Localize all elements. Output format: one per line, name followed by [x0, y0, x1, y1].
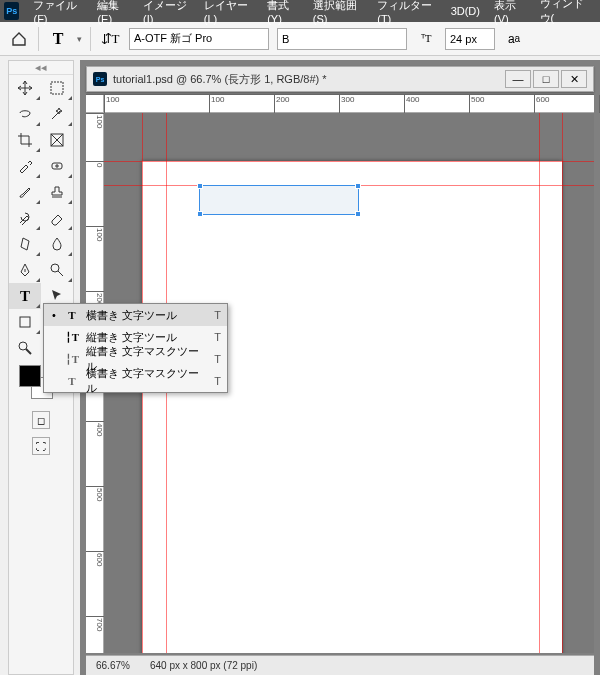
crop-tool[interactable]	[9, 127, 41, 153]
eraser-tool[interactable]	[41, 205, 73, 231]
home-icon[interactable]	[8, 28, 30, 50]
pen-tool[interactable]	[9, 257, 41, 283]
shape-tool[interactable]	[9, 309, 41, 335]
menu-select[interactable]: 選択範囲(S)	[307, 0, 369, 27]
artboard	[142, 161, 562, 653]
quickmask-icon[interactable]: ◻	[32, 411, 50, 429]
menubar: Ps ファイル(F) 編集(E) イメージ(I) レイヤー(L) 書式(Y) 選…	[0, 0, 600, 22]
guide[interactable]	[539, 113, 540, 653]
menu-image[interactable]: イメージ(I)	[137, 0, 196, 27]
menu-3d[interactable]: 3D(D)	[445, 3, 486, 19]
type-tool-flyout: •T横書き 文字ツールT ╎T縦書き 文字ツールT ╎T縦書き 文字マスクツール…	[43, 303, 228, 393]
minimize-button[interactable]: —	[505, 70, 531, 88]
heal-tool[interactable]	[41, 153, 73, 179]
blur-tool[interactable]	[41, 231, 73, 257]
history-brush-tool[interactable]	[9, 205, 41, 231]
menu-filter[interactable]: フィルター(T)	[371, 0, 442, 27]
svg-point-3	[51, 264, 59, 272]
stamp-tool[interactable]	[41, 179, 73, 205]
svg-rect-0	[51, 82, 63, 94]
gradient-tool[interactable]	[9, 231, 41, 257]
doc-ps-icon: Ps	[93, 72, 107, 86]
svg-point-5	[19, 342, 27, 350]
type-tool-icon[interactable]: T	[47, 28, 69, 50]
screenmode-icon[interactable]: ⛶	[32, 437, 50, 455]
status-zoom[interactable]: 66.67%	[96, 660, 130, 671]
font-style-select[interactable]	[277, 28, 407, 50]
guide[interactable]	[562, 113, 563, 653]
text-frame-selection[interactable]	[199, 185, 359, 215]
guide[interactable]	[104, 161, 594, 162]
lasso-tool[interactable]	[9, 101, 41, 127]
menu-layer[interactable]: レイヤー(L)	[198, 0, 259, 27]
zoom-tool[interactable]	[9, 335, 41, 361]
menu-edit[interactable]: 編集(E)	[91, 0, 135, 27]
close-button[interactable]: ✕	[561, 70, 587, 88]
orientation-icon[interactable]: ⇵T	[99, 28, 121, 50]
app-logo: Ps	[4, 2, 19, 20]
dodge-tool[interactable]	[41, 257, 73, 283]
status-bar: 66.67% 640 px x 800 px (72 ppi)	[86, 655, 594, 675]
fg-color[interactable]	[19, 365, 41, 387]
ruler-corner[interactable]	[86, 95, 104, 113]
frame-tool[interactable]	[41, 127, 73, 153]
document-titlebar: Ps tutorial1.psd @ 66.7% (長方形 1, RGB/8#)…	[86, 66, 594, 92]
font-family-select[interactable]	[129, 28, 269, 50]
move-tool[interactable]	[9, 75, 41, 101]
svg-rect-4	[20, 317, 30, 327]
size-icon: ᵀT	[415, 28, 437, 50]
wand-tool[interactable]	[41, 101, 73, 127]
menu-window[interactable]: ウィンドウ(	[534, 0, 596, 28]
font-size-select[interactable]	[445, 28, 495, 50]
menu-type[interactable]: 書式(Y)	[261, 0, 305, 27]
eyedropper-tool[interactable]	[9, 153, 41, 179]
brush-tool[interactable]	[9, 179, 41, 205]
menu-file[interactable]: ファイル(F)	[27, 0, 89, 27]
panel-collapse[interactable]: ◂◂	[9, 61, 73, 75]
type-tool[interactable]: T	[9, 283, 41, 309]
maximize-button[interactable]: □	[533, 70, 559, 88]
antialias-icon[interactable]: aa	[503, 28, 525, 50]
marquee-tool[interactable]	[41, 75, 73, 101]
ruler-horizontal[interactable]: 100 100 200 300 400 500 600 700	[104, 95, 594, 113]
flyout-horizontal-type-mask[interactable]: T横書き 文字マスクツールT	[44, 370, 227, 392]
menu-view[interactable]: 表示(V)	[488, 0, 532, 27]
flyout-horizontal-type[interactable]: •T横書き 文字ツールT	[44, 304, 227, 326]
options-bar: T ▾ ⇵T ᵀT aa	[0, 22, 600, 56]
document-title: tutorial1.psd @ 66.7% (長方形 1, RGB/8#) *	[113, 72, 505, 87]
status-dimensions[interactable]: 640 px x 800 px (72 ppi)	[150, 660, 257, 671]
